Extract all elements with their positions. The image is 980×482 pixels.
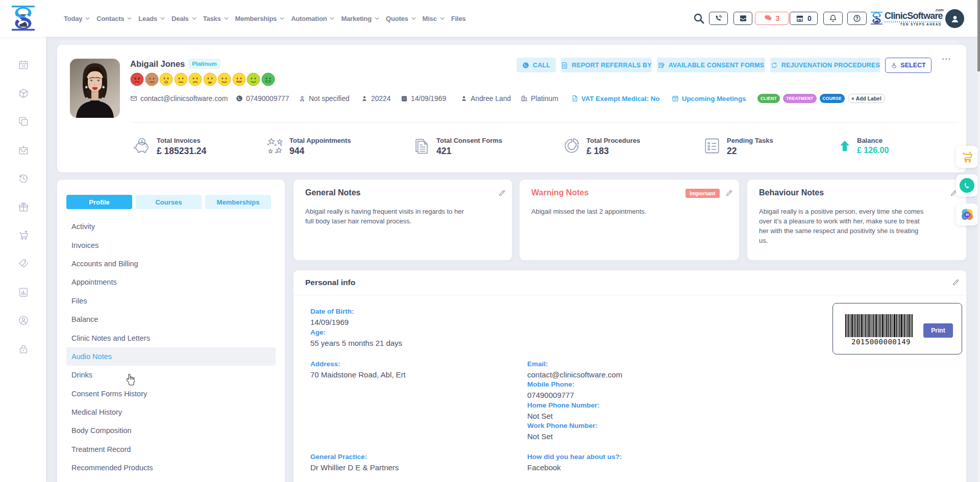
edit-pencil-icon[interactable] [498,189,506,197]
contact-chip-not-specified[interactable]: Not specified [299,94,350,103]
menu-item-consent-forms-history[interactable]: Consent Forms History [66,385,276,403]
tab-profile[interactable]: Profile [66,195,132,209]
menu-item-audio-notes[interactable]: Audio Notes [66,347,276,366]
warning-notes-card: Warning Notes Important Abigail missed t… [520,180,739,260]
edit-pencil-icon[interactable] [725,189,733,197]
client-photo[interactable] [70,59,120,118]
unamused-face-icon[interactable] [174,72,188,86]
field-address: Address: 70 Maidstone Road, Abl, Ert [310,360,525,379]
menu-item-balance[interactable]: Balance [66,310,276,328]
cart-up-icon[interactable] [18,230,29,241]
call-button[interactable]: CALL [517,58,556,72]
add-label-button[interactable]: + Add Label [848,94,885,103]
gift-icon[interactable] [18,201,29,213]
brand-name: ClinicSoftware [885,11,943,21]
notifications-button[interactable] [823,12,843,25]
menu-item-treatment-record[interactable]: Treatment Record [66,440,276,459]
client-photo-image [70,59,120,118]
user-circle-icon[interactable] [18,315,29,326]
more-options-button[interactable]: ... [942,52,957,63]
edit-pencil-icon[interactable] [952,278,960,286]
search-icon[interactable] [693,12,705,24]
scrollbar-thumb[interactable] [977,0,980,71]
stat-value: 421 [436,146,502,157]
label-pill-course[interactable]: COURSE [820,94,845,103]
menu-item-clinic-notes-and-letters[interactable]: Clinic Notes and Letters [66,328,276,347]
barcode-box: 2015000000149 Print [832,303,962,354]
behaviour-notes-card: Behaviour Notes Abigail really is a posi… [747,180,966,260]
floating-phone-button[interactable] [956,174,978,196]
select-button[interactable]: SELECT [885,58,932,73]
report-referrals-button[interactable]: REPORT REFERRALS BY [561,58,652,72]
stat-value: 22 [727,146,773,157]
checklist-icon [702,136,722,156]
floating-ai-button[interactable] [956,204,978,225]
barcode [845,314,917,337]
panel-tabs: ProfileCoursesMemberships [66,195,275,209]
tab-memberships[interactable]: Memberships [205,195,271,209]
floating-cart-button[interactable] [956,146,978,168]
help-button[interactable] [847,12,867,25]
menu-item-invoices[interactable]: Invoices [66,236,276,254]
contact-chip-upcoming-meetings[interactable]: Upcoming Meetings [672,94,746,103]
menu-item-body-composition[interactable]: Body Composition [66,421,276,440]
mail-icon [130,95,137,102]
contact-chip-07490009777[interactable]: 07490009777 [236,94,289,103]
neutral-face-icon[interactable] [203,72,217,86]
contact-chip-contact-clinicsoftware-com[interactable]: contact@clinicsoftware.com [130,94,228,103]
tab-courses[interactable]: Courses [136,195,202,209]
general-notes-text: Abigail really is having frequent visits… [305,207,474,226]
neutral-tan-face-icon[interactable] [145,72,159,86]
contact-chip-vat-exempt-medical-no[interactable]: VAT Exempt Medical: No [571,94,659,103]
contact-chip-14-09-1969[interactable]: 14/09/1969 [401,94,446,103]
copy-icon[interactable] [18,116,29,127]
angry-red-face-icon[interactable] [130,72,144,86]
client-name: Abigail Jones [130,59,185,69]
phone-icon [963,182,971,189]
worried-face-icon[interactable] [159,72,173,86]
label-pills: CLIENTTREATMENTCOURSE + Add Label [757,94,888,103]
stat-balance: Balance £ 126.00 [837,136,889,156]
menu-item-files[interactable]: Files [66,292,276,310]
lock-icon[interactable] [18,343,29,354]
smile-lime-face-icon[interactable] [247,72,260,86]
personal-info-card: Personal info Date of Birth: 14/09/1969 … [293,270,966,482]
phone-call-button[interactable] [709,12,728,25]
history-icon[interactable] [18,173,29,184]
menu-item-medical-history[interactable]: Medical History [66,403,276,421]
stat-pending-tasks: Pending Tasks 22 [702,136,773,157]
person-f-icon [361,95,368,102]
stat-label: Total Invoices [157,137,206,144]
contact-chip-platinum[interactable]: Platinum [521,94,558,103]
print-button[interactable]: Print [923,323,953,338]
chat-button[interactable]: 3 [755,12,789,25]
sad-face-icon[interactable] [188,72,202,86]
stat-total-procedures: Total Procedures £ 183 [561,136,640,157]
warning-notes-text: Abigail missed the last 2 appointments. [531,207,700,216]
label-pill-client[interactable]: CLIENT [757,94,780,103]
bag-icon[interactable] [18,144,29,156]
menu-item-drinks[interactable]: Drinks [66,366,276,384]
scrollbar-track[interactable] [977,0,980,482]
inbox-button[interactable] [733,12,752,25]
grin-face-icon[interactable] [232,72,246,86]
calendar-12-icon[interactable] [18,59,29,70]
contact-chip-andree-land[interactable]: Andree Land [460,94,511,103]
menu-item-recommended-products[interactable]: Recommended Products [66,459,276,477]
menu-item-accounts-and-billing[interactable]: Accounts and Billing [66,255,276,273]
behaviour-notes-text: Abigail really is a positive person, eve… [759,207,927,245]
store-button[interactable]: 0 [790,12,818,25]
contact-chip-20224[interactable]: 20224 [361,94,390,103]
chart-doc-icon[interactable] [18,287,29,298]
tags-icon[interactable] [18,258,29,269]
stat-total-consent-forms: Total Consent Forms 421 [411,136,502,157]
cube-icon[interactable] [18,88,29,99]
menu-item-activity[interactable]: Activity [66,217,276,236]
user-avatar[interactable] [945,9,964,28]
rejuvenation-button[interactable]: REJUVENATION PROCEDURES [770,58,880,72]
consent-forms-button[interactable]: AVAILABLE CONSENT FORMS [657,58,765,72]
slight-smile-face-icon[interactable] [217,72,231,86]
menu-item-appointments[interactable]: Appointments [66,273,276,291]
happy-green-face-icon[interactable] [261,72,275,86]
label-pill-treatment[interactable]: TREATMENT [783,94,817,103]
